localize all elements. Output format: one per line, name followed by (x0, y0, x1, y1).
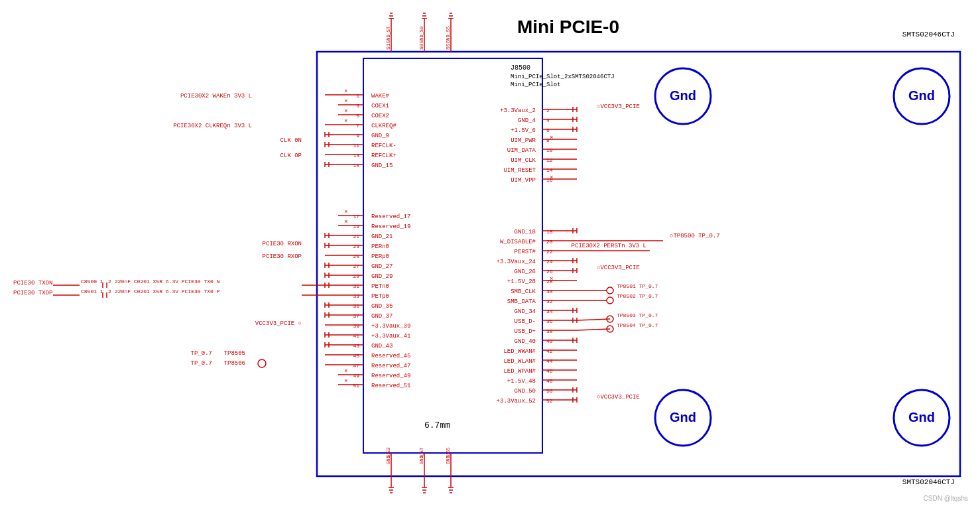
pin8-label: UIM_PWR (511, 137, 536, 144)
pin37-num: 37 (353, 313, 359, 319)
tp8502-label: TP8502 TP_0.7 (617, 293, 658, 299)
pin31-label: PETn0 (371, 283, 389, 290)
tp8502-sym (607, 297, 613, 304)
title: Mini PCIE-0 (517, 17, 619, 37)
pin43-label: GND_43 (371, 343, 393, 349)
pin34-label: GND_34 (515, 308, 536, 315)
pin32-num: 32 (546, 298, 553, 304)
pin19-label: Reserved_19 (371, 223, 410, 230)
pin33-label: PETp0 (371, 293, 389, 300)
pin33-num: 33 (353, 293, 359, 299)
gnd-label-top-mid: Gnd (670, 88, 696, 103)
pin5-x: × (344, 108, 347, 115)
pin12-num: 12 (546, 157, 553, 163)
c8501-val: 220nF C0201 X5R 6.3V PCIE30 TX0 P (115, 288, 220, 294)
pin40-num: 40 (546, 338, 553, 344)
pin51-x: × (344, 378, 347, 385)
pin50-label: GND_50 (515, 388, 536, 395)
tp8504-label: TP8504 TP_0.7 (617, 322, 658, 328)
tp8505-label: TP8505 (224, 350, 245, 357)
pin16-num: 16 (546, 177, 553, 183)
top-pin-s0: S0 (418, 43, 424, 50)
sig-tp8500: ○TP8500 TP_0.7 (670, 233, 720, 239)
pin37-label: GND_37 (371, 313, 393, 320)
pin1-x: × (344, 88, 347, 95)
pin3-label: COEX1 (371, 103, 389, 109)
tp8501-label: TP8501 TP_0.7 (617, 283, 658, 289)
pin48-label: +1.5V_48 (507, 378, 536, 385)
gnd-bot-vert3: GND_S5 (446, 448, 451, 464)
pin16-label: UIM_VPP (511, 177, 536, 184)
pin49-label: Reserved_49 (371, 373, 410, 379)
gnd-top-label3: GND_S5 (446, 27, 451, 43)
pin26-label: GND_26 (515, 269, 536, 275)
pin29-num: 29 (353, 273, 359, 279)
pin40-label: GND_40 (515, 338, 536, 345)
pin11-num: 11 (353, 143, 359, 149)
pin14-label: UIM_RESET (503, 167, 536, 174)
pin41-num: 41 (353, 333, 359, 339)
pin44-label: LED_WLAN# (503, 358, 536, 365)
pin18-label: GND_18 (515, 229, 536, 235)
pin46-num: 46 (546, 368, 553, 374)
gnd-top-label2: GND_S0 (419, 27, 424, 43)
pin23-label: PERn0 (371, 243, 389, 250)
tp8501-sym (607, 287, 613, 294)
pin19-x: × (344, 219, 347, 225)
pin9-label: GND_9 (371, 133, 389, 139)
pin9-num: 9 (356, 133, 359, 139)
pin49-x: × (344, 368, 347, 375)
pin26-num: 26 (546, 269, 553, 275)
sig-perst: PCIE30X2 PERSTn 3V3 L (572, 243, 646, 249)
top-pin-s1: S1 (385, 43, 391, 50)
sig-txon-left: PCIE30 TXON (13, 280, 52, 286)
pin6-num: 6 (546, 127, 550, 133)
pin5-label: COEX2 (371, 113, 389, 119)
part-number-bottom: SMTS02046CTJ (902, 478, 955, 486)
pin46-label: LED_WPAN# (503, 368, 536, 375)
pin38-label: USB_D+ (515, 328, 536, 335)
gnd-top-label1: GND_ST (386, 27, 391, 43)
pin15-label: GND_15 (371, 162, 393, 169)
pin29-label: GND_29 (371, 273, 393, 280)
pin17-label: Reserved_17 (371, 214, 410, 220)
pin36-label: USB_D- (515, 318, 536, 325)
pin13-label: REFCLK+ (371, 153, 397, 159)
sig-clkreq: PCIE30X2 CLKREQn 3V3 L (173, 123, 252, 129)
sig-vcc52: ○VCC3V3_PCIE (597, 394, 640, 401)
pin31-num: 31 (353, 283, 359, 289)
pin5-num: 5 (356, 113, 359, 119)
pin23-num: 23 (353, 243, 359, 249)
tp8506-label: TP8506 (224, 360, 245, 367)
pin43-num: 43 (353, 343, 359, 349)
pin30-num: 30 (546, 288, 553, 294)
pin39-num: 39 (353, 323, 359, 329)
pin10-label: UIM_DATA (507, 147, 536, 154)
watermark: CSDN @ltqshs (924, 495, 968, 502)
pin45-label: Reserved_45 (371, 353, 410, 359)
ic-desc1: Mini_PCIe_Slot_2xSMTS02046CTJ (511, 74, 615, 80)
pin36-num: 36 (546, 318, 553, 324)
part-number-top: SMTS02046CTJ (902, 31, 955, 38)
pin34-num: 34 (546, 308, 553, 314)
ic-ref: J8500 (511, 64, 530, 72)
pin42-num: 42 (546, 348, 553, 354)
gnd-label-top-right: Gnd (908, 88, 935, 103)
c8500-side2: 2 (108, 279, 111, 285)
dimension-label: 6.7mm (424, 420, 450, 430)
tp-07-label2: TP_0.7 (191, 360, 212, 367)
pin51-label: Reserved_51 (371, 383, 410, 389)
pin8-x: × (550, 135, 553, 141)
sig-txop-left: PCIE30 TXOP (13, 290, 52, 296)
gnd-bot-vert1: GND_S3 (386, 448, 391, 464)
pin19-num: 19 (353, 223, 359, 229)
pin3-x: × (344, 98, 347, 105)
pin49-num: 49 (353, 373, 359, 379)
c8500-val: 220nF C0201 X5R 6.3V PCIE30 TX0 N (115, 279, 220, 285)
pin21-num: 21 (353, 233, 359, 239)
pin28-label: +1.5V_28 (507, 279, 536, 285)
c8501-side2: 2 (108, 288, 111, 294)
pin17-num: 17 (353, 214, 359, 220)
pin7-x: × (344, 118, 347, 125)
sig-clk0p: CLK 0P (280, 153, 302, 159)
